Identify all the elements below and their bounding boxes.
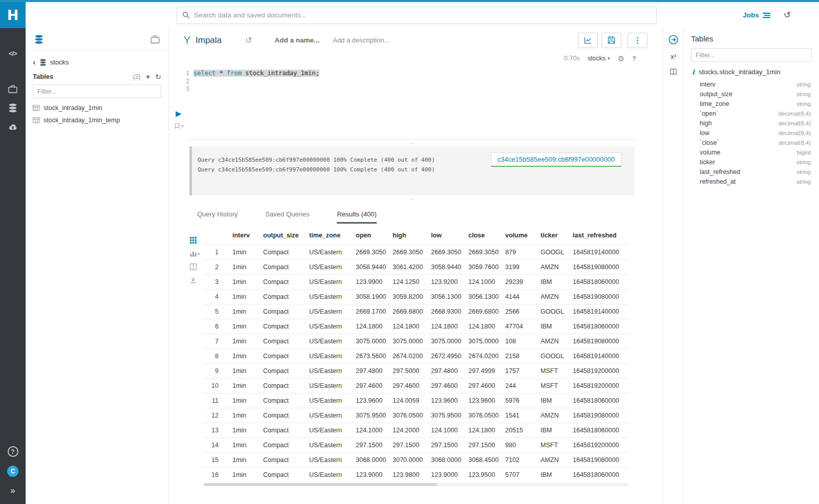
more-options-button[interactable]: ⋮: [628, 33, 648, 48]
table-row[interactable]: 21minCompactUS/Eastern3058.94403061.4200…: [204, 260, 628, 275]
column-header[interactable]: low: [425, 228, 462, 245]
row-number: 16: [204, 468, 226, 483]
column-item[interactable]: low decimal(8,4): [700, 128, 812, 138]
right-filter-input[interactable]: [691, 48, 812, 62]
tab-saved-queries[interactable]: Saved Queries: [265, 207, 309, 224]
query-description-field[interactable]: Add a description...: [333, 36, 390, 44]
sql-source-icon[interactable]: [34, 35, 44, 44]
database-selector[interactable]: stocks ▾: [588, 55, 610, 62]
column-item[interactable]: `close` decimal(8,4): [700, 138, 812, 147]
table-row[interactable]: 111minCompactUS/Eastern123.9600124.00591…: [204, 393, 628, 408]
cell: 124.1800: [462, 319, 499, 334]
column-header[interactable]: volume: [499, 228, 534, 245]
tab-results-400-[interactable]: Results (400): [337, 207, 376, 224]
columns-view-icon[interactable]: [190, 264, 197, 270]
column-name: `close`: [700, 139, 719, 146]
table-row[interactable]: 71minCompactUS/Eastern3075.00003075.0000…: [204, 334, 628, 349]
table-row[interactable]: 121minCompactUS/Eastern3075.95003076.050…: [204, 408, 628, 423]
column-item[interactable]: high decimal(8,4): [700, 118, 812, 128]
documents-icon[interactable]: [8, 84, 17, 94]
download-icon[interactable]: [190, 277, 197, 283]
column-header[interactable]: open: [350, 228, 386, 245]
table-row[interactable]: 41minCompactUS/Eastern3058.19003059.8200…: [204, 290, 628, 304]
table-row[interactable]: 51minCompactUS/Eastern2669.17002669.6800…: [204, 304, 628, 319]
table-row[interactable]: 151minCompactUS/Eastern3068.00003070.000…: [204, 453, 628, 468]
editor-icon[interactable]: </>: [9, 50, 17, 57]
editor-help-icon[interactable]: ?: [632, 55, 636, 62]
search-input[interactable]: [194, 11, 651, 19]
column-header[interactable]: ticker: [534, 228, 567, 245]
resize-grip-2[interactable]: ⋯: [189, 195, 635, 202]
database-name[interactable]: stocks: [50, 58, 69, 66]
save-button[interactable]: [601, 33, 621, 48]
column-item[interactable]: output_size string: [700, 89, 812, 99]
chart-view-icon[interactable]: ▾: [190, 250, 200, 257]
table-row[interactable]: 11minCompactUS/Eastern2669.30502669.3050…: [204, 245, 628, 260]
language-reference-icon[interactable]: [669, 68, 678, 76]
back-chevron-icon[interactable]: ‹: [33, 58, 36, 67]
column-header[interactable]: output_size: [257, 228, 303, 245]
functions-icon[interactable]: x²: [671, 53, 677, 60]
row-number: 8: [204, 349, 226, 364]
table-row[interactable]: 81minCompactUS/Eastern2673.56002674.0200…: [204, 349, 628, 364]
refresh-tables-icon[interactable]: ↻: [155, 73, 161, 80]
help-icon[interactable]: ?: [8, 446, 18, 457]
column-item[interactable]: interv string: [700, 79, 812, 89]
execute-button[interactable]: ▶: [176, 109, 182, 117]
table-row[interactable]: 141minCompactUS/Eastern297.1500297.15002…: [204, 438, 628, 453]
query-history-top-icon[interactable]: ↺: [784, 11, 791, 19]
table-row[interactable]: 131minCompactUS/Eastern124.1000124.20001…: [204, 423, 628, 438]
cell: US/Eastern: [303, 245, 350, 260]
table-row[interactable]: 61minCompactUS/Eastern124.1800124.180012…: [204, 319, 628, 334]
cell: 3075.9500: [350, 408, 386, 423]
cell: MSFT: [534, 364, 567, 379]
grid-view-icon[interactable]: [190, 237, 197, 244]
column-item[interactable]: ticker string: [700, 157, 812, 167]
active-table-name[interactable]: stocks.stock_intraday_1min: [699, 68, 781, 76]
table-list-item[interactable]: stock_intraday_1min_temp: [33, 117, 161, 124]
column-item[interactable]: volume bigint: [700, 147, 812, 157]
expand-sidebar-icon[interactable]: »: [10, 486, 15, 496]
importer-cloud-icon[interactable]: [8, 122, 17, 132]
table-row[interactable]: 101minCompactUS/Eastern297.4600297.46002…: [204, 379, 628, 393]
jobs-link[interactable]: Jobs: [743, 11, 770, 19]
snippet-history-icon[interactable]: ↺: [245, 36, 252, 45]
log-scrollbar[interactable]: [189, 146, 192, 195]
table-row[interactable]: 31minCompactUS/Eastern123.9900124.125012…: [204, 275, 628, 290]
cell: 5976: [499, 393, 534, 408]
column-header[interactable]: close: [462, 228, 499, 245]
code-editor[interactable]: 1select * from stock_intraday_1min;23: [169, 64, 663, 94]
chart-button[interactable]: [578, 33, 598, 48]
column-item[interactable]: `open` decimal(8,4): [700, 108, 812, 118]
settings-gear-icon[interactable]: ⚙: [618, 55, 624, 62]
horizontal-scrollbar[interactable]: [204, 483, 628, 486]
cell: MSFT: [534, 438, 567, 453]
cell: Compact: [257, 364, 303, 379]
column-item[interactable]: refreshed_at string: [700, 177, 812, 186]
column-item[interactable]: time_zone string: [700, 99, 812, 108]
cell: Compact: [257, 260, 303, 275]
column-header[interactable]: high: [386, 228, 425, 245]
column-header[interactable]: time_zone: [303, 228, 350, 245]
assist-toggle-icon[interactable]: [668, 34, 679, 45]
table-row[interactable]: 91minCompactUS/Eastern297.4800297.500029…: [204, 364, 628, 379]
documents-source-icon[interactable]: [150, 35, 160, 44]
job-id-link[interactable]: c34ce15b585ee509:cb6f997e00000000: [491, 152, 621, 167]
table-list-item[interactable]: stock_intraday_1min: [33, 104, 161, 112]
hue-logo[interactable]: H: [0, 2, 26, 28]
tables-filter-input[interactable]: [33, 84, 161, 98]
column-item[interactable]: last_refreshed string: [700, 167, 812, 177]
scrollbar-thumb[interactable]: [204, 483, 437, 486]
query-name-field[interactable]: Add a name...: [274, 36, 319, 44]
column-header[interactable]: last_refreshed: [567, 228, 628, 245]
row-number-header[interactable]: [204, 228, 226, 245]
table-row[interactable]: 161minCompactUS/Eastern123.9000123.98001…: [204, 468, 628, 483]
resize-grip[interactable]: ⋯: [189, 140, 635, 146]
user-avatar[interactable]: C: [7, 466, 18, 477]
editor-options-icon[interactable]: ▾: [174, 123, 184, 129]
add-table-icon[interactable]: +: [146, 73, 150, 80]
tab-query-history[interactable]: Query History: [197, 207, 238, 224]
tables-icon[interactable]: [8, 103, 17, 113]
info-icon[interactable]: i: [692, 68, 695, 76]
column-header[interactable]: interv: [226, 228, 257, 245]
